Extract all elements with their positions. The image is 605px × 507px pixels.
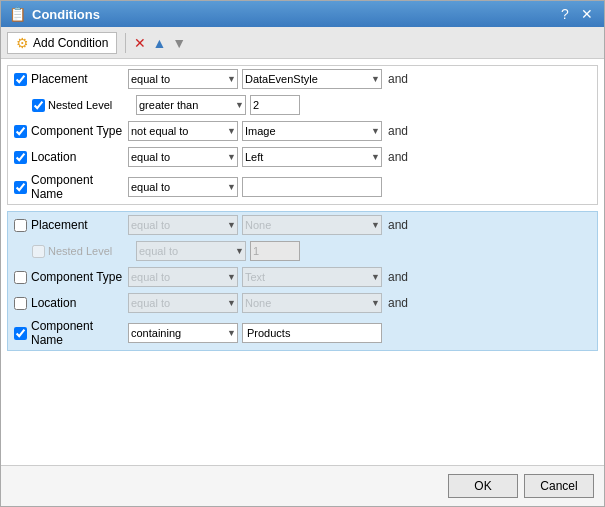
component-name-checkbox-2[interactable] — [14, 327, 27, 340]
move-down-icon[interactable]: ▼ — [172, 35, 186, 51]
component-type-and-1: and — [388, 124, 416, 138]
nested-operator-2[interactable]: equal to — [136, 241, 246, 261]
placement-row-1: Placement equal to not equal to greater … — [8, 66, 597, 92]
location-op-wrapper-2: equal to ▼ — [128, 293, 238, 313]
location-row-1: Location equal to not equal to ▼ Left Ri… — [8, 144, 597, 170]
component-name-operator-2[interactable]: containing equal to — [128, 323, 238, 343]
placement-val-wrapper-2: None ▼ — [242, 215, 382, 235]
conditions-area: Placement equal to not equal to greater … — [1, 59, 604, 465]
location-and-1: and — [388, 150, 416, 164]
component-type-row-2: Component Type equal to ▼ Text ▼ — [8, 264, 597, 290]
title-bar-right: ? ✕ — [556, 5, 596, 23]
component-type-checkbox-2[interactable] — [14, 271, 27, 284]
toolbar-separator — [125, 33, 126, 53]
close-button[interactable]: ✕ — [578, 5, 596, 23]
component-type-op-wrapper-1: not equal to equal to ▼ — [128, 121, 238, 141]
component-type-operator-2[interactable]: equal to — [128, 267, 238, 287]
component-type-value-2[interactable]: Text — [242, 267, 382, 287]
placement-and-1: and — [388, 72, 416, 86]
nested-level-row-1: Nested Level greater than equal to less … — [8, 92, 597, 118]
condition-group-2: Placement equal to ▼ None ▼ and — [7, 211, 598, 351]
location-row-2: Location equal to ▼ None ▼ and — [8, 290, 597, 316]
placement-val-wrapper-1: DataEvenStyle ▼ — [242, 69, 382, 89]
component-name-label-1: Component Name — [14, 173, 124, 201]
nested-value-2[interactable] — [250, 241, 300, 261]
component-name-value-2[interactable] — [242, 323, 382, 343]
nested-checkbox-2[interactable] — [32, 245, 45, 258]
location-label-1: Location — [14, 150, 124, 164]
nested-value-1[interactable] — [250, 95, 300, 115]
component-type-label-1: Component Type — [14, 124, 124, 138]
location-value-1[interactable]: Left Right None — [242, 147, 382, 167]
location-op-wrapper-1: equal to not equal to ▼ — [128, 147, 238, 167]
nested-level-row-2: Nested Level equal to ▼ — [8, 238, 597, 264]
placement-label-2: Placement — [14, 218, 124, 232]
component-name-row-1: Component Name equal to containing ▼ — [8, 170, 597, 204]
nested-checkbox-1[interactable] — [32, 99, 45, 112]
move-up-icon[interactable]: ▲ — [152, 35, 166, 51]
content-area: Placement equal to not equal to greater … — [1, 59, 604, 465]
placement-op-wrapper-2: equal to ▼ — [128, 215, 238, 235]
component-type-operator-1[interactable]: not equal to equal to — [128, 121, 238, 141]
placement-label-1: Placement — [14, 72, 124, 86]
location-val-wrapper-1: Left Right None ▼ — [242, 147, 382, 167]
location-value-2[interactable]: None — [242, 293, 382, 313]
placement-value-2[interactable]: None — [242, 215, 382, 235]
delete-condition-icon[interactable]: ✕ — [134, 35, 146, 51]
placement-checkbox-1[interactable] — [14, 73, 27, 86]
component-name-label-2: Component Name — [14, 319, 124, 347]
nested-operator-1[interactable]: greater than equal to less than — [136, 95, 246, 115]
nested-op-wrapper-2: equal to ▼ — [136, 241, 246, 261]
component-type-val-wrapper-1: Image Text ▼ — [242, 121, 382, 141]
add-condition-label: Add Condition — [33, 36, 108, 50]
component-name-operator-1[interactable]: equal to containing — [128, 177, 238, 197]
cancel-button[interactable]: Cancel — [524, 474, 594, 498]
component-type-checkbox-1[interactable] — [14, 125, 27, 138]
placement-op-wrapper-1: equal to not equal to greater than conta… — [128, 69, 238, 89]
nested-op-wrapper-1: greater than equal to less than ▼ — [136, 95, 246, 115]
title-bar-left: 📋 Conditions — [9, 6, 100, 22]
title-bar: 📋 Conditions ? ✕ — [1, 1, 604, 27]
location-and-2: and — [388, 296, 416, 310]
component-type-row-1: Component Type not equal to equal to ▼ I… — [8, 118, 597, 144]
conditions-dialog: 📋 Conditions ? ✕ ⚙ Add Condition ✕ ▲ ▼ — [0, 0, 605, 507]
location-val-wrapper-2: None ▼ — [242, 293, 382, 313]
component-type-op-wrapper-2: equal to ▼ — [128, 267, 238, 287]
help-button[interactable]: ? — [556, 5, 574, 23]
component-name-op-wrapper-2: containing equal to ▼ — [128, 323, 238, 343]
location-label-2: Location — [14, 296, 124, 310]
filter-icon: ⚙ — [16, 35, 29, 51]
dialog-icon: 📋 — [9, 6, 26, 22]
add-condition-button[interactable]: ⚙ Add Condition — [7, 32, 117, 54]
component-type-value-1[interactable]: Image Text — [242, 121, 382, 141]
placement-value-1[interactable]: DataEvenStyle — [242, 69, 382, 89]
placement-operator-1[interactable]: equal to not equal to greater than conta… — [128, 69, 238, 89]
nested-label-2: Nested Level — [32, 245, 132, 258]
location-checkbox-2[interactable] — [14, 297, 27, 310]
placement-row-2: Placement equal to ▼ None ▼ and — [8, 212, 597, 238]
component-type-and-2: and — [388, 270, 416, 284]
location-operator-2[interactable]: equal to — [128, 293, 238, 313]
condition-group-1: Placement equal to not equal to greater … — [7, 65, 598, 205]
component-type-val-wrapper-2: Text ▼ — [242, 267, 382, 287]
toolbar: ⚙ Add Condition ✕ ▲ ▼ — [1, 27, 604, 59]
placement-operator-2[interactable]: equal to — [128, 215, 238, 235]
component-name-row-2: Component Name containing equal to ▼ — [8, 316, 597, 350]
dialog-title: Conditions — [32, 7, 100, 22]
placement-checkbox-2[interactable] — [14, 219, 27, 232]
location-checkbox-1[interactable] — [14, 151, 27, 164]
placement-and-2: and — [388, 218, 416, 232]
ok-button[interactable]: OK — [448, 474, 518, 498]
location-operator-1[interactable]: equal to not equal to — [128, 147, 238, 167]
component-name-op-wrapper-1: equal to containing ▼ — [128, 177, 238, 197]
nested-label-1: Nested Level — [32, 99, 132, 112]
component-type-label-2: Component Type — [14, 270, 124, 284]
footer: OK Cancel — [1, 465, 604, 506]
component-name-checkbox-1[interactable] — [14, 181, 27, 194]
component-name-value-1[interactable] — [242, 177, 382, 197]
